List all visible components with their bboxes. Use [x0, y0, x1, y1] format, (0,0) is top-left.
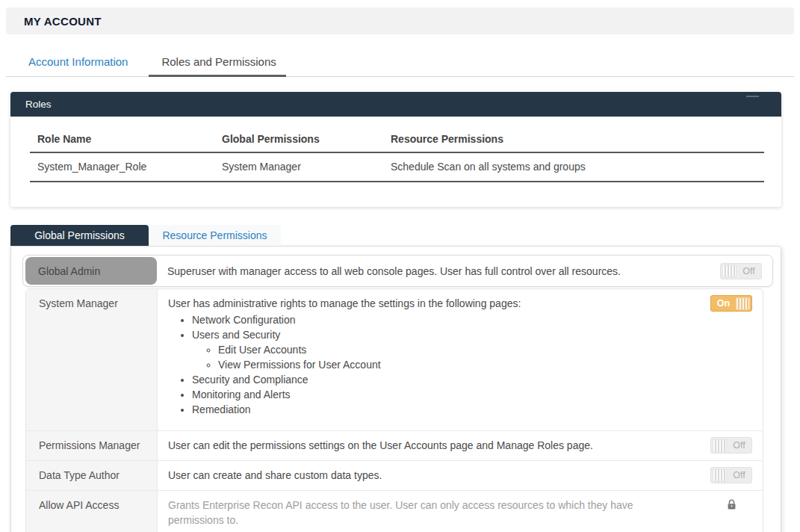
column-header-role-name: Role Name [30, 127, 214, 152]
roles-table: Role Name Global Permissions Resource Pe… [30, 127, 764, 182]
list-item: Users and Security Edit User Accounts Vi… [192, 327, 686, 372]
toggle-column: Off [694, 431, 763, 460]
cell-global-permissions: System Manager [214, 152, 383, 182]
list-item: Security and Compliance [192, 372, 686, 387]
permission-description: User can edit the permissions settings o… [158, 431, 694, 460]
toggle-system-manager[interactable]: On [710, 295, 752, 312]
toggle-column: Off [694, 461, 763, 490]
toggle-column: Off [704, 263, 772, 279]
page-header-bar: MY ACCOUNT [6, 7, 794, 34]
toggle-state-label: Off [727, 440, 751, 451]
permission-row-data-type-author[interactable]: Data Type Author User can create and sha… [26, 460, 763, 490]
toggle-handle [713, 439, 727, 452]
list-item: Network Configuration [192, 312, 686, 327]
column-header-global-permissions: Global Permissions [214, 127, 383, 152]
tab-resource-permissions[interactable]: Resource Permissions [149, 225, 281, 246]
roles-panel-body: Role Name Global Permissions Resource Pe… [10, 117, 781, 207]
permission-sub-list: Edit User Accounts View Permissions for … [218, 342, 686, 372]
permission-row-system-manager[interactable]: System Manager User has administrative r… [26, 289, 763, 430]
list-item-label: Users and Security [192, 329, 280, 341]
cell-resource-permissions: Schedule Scan on all systems and groups [383, 152, 764, 182]
permission-label-data-type-author[interactable]: Data Type Author [26, 461, 158, 490]
tab-roles-and-permissions[interactable]: Roles and Permissions [149, 55, 285, 77]
roles-panel-title: Roles [25, 99, 52, 110]
toggle-state-label: On [711, 298, 736, 309]
roles-panel: Roles Role Name Global Permissions Resou… [10, 92, 781, 207]
table-row[interactable]: System_Manager_Role System Manager Sched… [30, 152, 764, 182]
toggle-state-label: Off [727, 470, 751, 480]
permission-row-global-admin[interactable]: Global Admin Superuser with manager acce… [22, 255, 773, 287]
collapse-icon[interactable] [746, 96, 759, 97]
lock-icon [710, 497, 752, 532]
roles-table-header-row: Role Name Global Permissions Resource Pe… [30, 127, 764, 152]
permission-row-permissions-manager[interactable]: Permissions Manager User can edit the pe… [26, 430, 763, 460]
permission-description: Superuser with manager access to all web… [157, 265, 704, 277]
column-header-resource-permissions: Resource Permissions [383, 127, 764, 152]
toggle-state-label: Off [737, 266, 761, 276]
list-item: View Permissions for User Account [218, 357, 686, 372]
permission-label-allow-api-access[interactable]: Allow API Access [26, 491, 158, 532]
permission-label-permissions-manager[interactable]: Permissions Manager [26, 431, 158, 460]
permission-label-system-manager[interactable]: System Manager [26, 289, 158, 430]
list-item: Remediation [192, 402, 686, 417]
tab-global-permissions[interactable]: Global Permissions [10, 225, 149, 246]
toggle-handle [736, 297, 750, 310]
toggle-global-admin[interactable]: Off [720, 263, 762, 279]
cell-role-name: System_Manager_Role [30, 152, 214, 182]
toggle-handle [713, 469, 727, 482]
list-item: Edit User Accounts [218, 342, 686, 357]
toggle-permissions-manager[interactable]: Off [710, 437, 752, 454]
toggle-column: On [694, 289, 763, 430]
list-item: Monitoring and Alerts [192, 387, 686, 402]
roles-panel-header: Roles [10, 92, 781, 117]
permissions-tabs: Global Permissions Resource Permissions [10, 225, 800, 246]
permission-description-text: User has administrative rights to manage… [168, 296, 686, 311]
page-title: MY ACCOUNT [24, 15, 102, 28]
permission-rows-container: System Manager User has administrative r… [25, 288, 763, 532]
account-tabs: Account Information Roles and Permission… [6, 34, 794, 77]
permission-description: Grants Enterprise Recon API access to th… [158, 491, 694, 532]
permission-label-global-admin[interactable]: Global Admin [25, 257, 157, 285]
toggle-column [694, 491, 763, 532]
toggle-handle [722, 265, 737, 277]
permission-row-allow-api-access[interactable]: Allow API Access Grants Enterprise Recon… [26, 490, 763, 532]
permission-description: User can create and share custom data ty… [158, 461, 694, 490]
permission-description: User has administrative rights to manage… [158, 289, 694, 430]
global-permissions-panel: Global Admin Superuser with manager acce… [10, 246, 781, 532]
tab-account-information[interactable]: Account Information [25, 55, 131, 76]
permission-pages-list: Network Configuration Users and Security… [192, 312, 686, 417]
toggle-data-type-author[interactable]: Off [710, 467, 752, 483]
